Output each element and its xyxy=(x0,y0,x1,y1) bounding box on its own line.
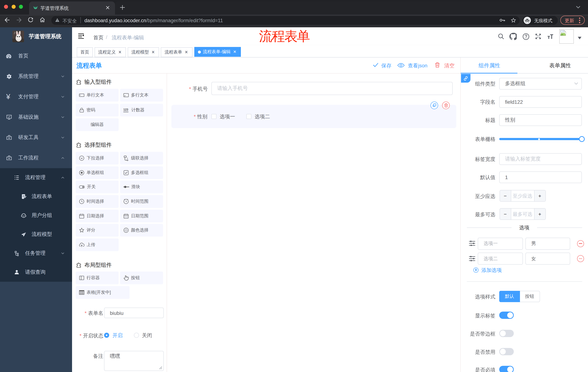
svg-text:123: 123 xyxy=(123,108,128,111)
